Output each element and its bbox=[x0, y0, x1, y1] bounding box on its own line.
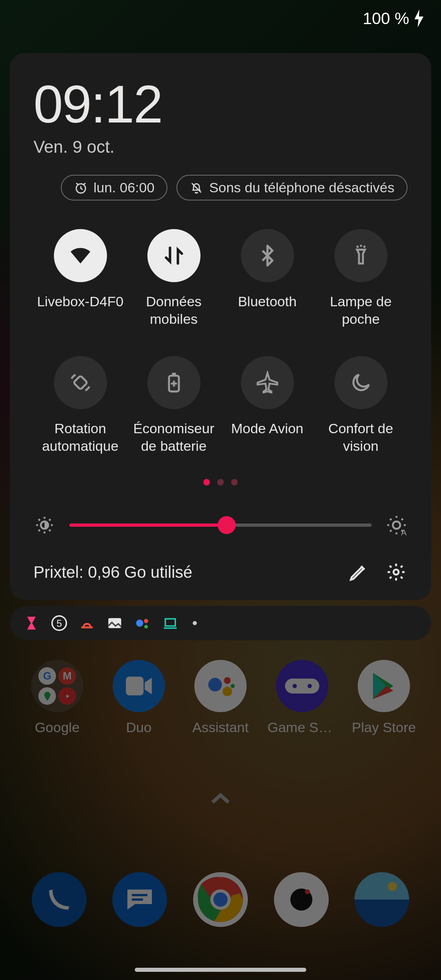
app-label: Google bbox=[35, 719, 80, 735]
qs-tiles-grid: Livebox-D4F0 Données mobiles Bluetooth L… bbox=[33, 229, 408, 454]
svg-point-19 bbox=[231, 684, 235, 688]
sound-status-pill[interactable]: Sons du téléphone désactivés bbox=[176, 175, 408, 200]
pager-dot bbox=[217, 479, 224, 486]
pager-dot bbox=[203, 479, 210, 486]
home-app-row: G M Google Duo Assistant Game bbox=[0, 649, 441, 735]
brightness-slider[interactable] bbox=[69, 520, 372, 530]
settings-button[interactable] bbox=[385, 561, 408, 584]
home-screen: G M Google Duo Assistant Game bbox=[0, 649, 441, 980]
app-label: Play Store bbox=[352, 719, 416, 735]
svg-rect-3 bbox=[172, 373, 176, 376]
pager-dot bbox=[231, 479, 238, 486]
app-label: Duo bbox=[126, 719, 151, 735]
qs-footer: Prixtel: 0,96 Go utilisé bbox=[33, 561, 408, 584]
qs-tile-battery-saver[interactable]: Économiseur de batterie bbox=[127, 356, 220, 454]
svg-point-5 bbox=[393, 521, 400, 529]
qs-pager-dots[interactable] bbox=[33, 479, 408, 486]
chrome-icon bbox=[193, 872, 248, 927]
svg-point-18 bbox=[223, 687, 232, 696]
qs-tile-flashlight[interactable]: Lampe de poche bbox=[314, 229, 408, 327]
play-store-icon bbox=[358, 660, 410, 712]
gamepad-icon bbox=[276, 660, 328, 712]
svg-point-13 bbox=[144, 625, 148, 628]
qs-tile-night-light[interactable]: Confort de vision bbox=[314, 356, 408, 454]
qs-tile-label: Confort de vision bbox=[314, 420, 408, 454]
svg-point-11 bbox=[136, 619, 143, 627]
app-label: Game Spa... bbox=[267, 719, 337, 735]
phone-icon bbox=[32, 872, 87, 927]
auto-brightness-icon[interactable]: A bbox=[385, 514, 408, 536]
gear-icon bbox=[386, 562, 406, 582]
assistant-dots-icon bbox=[134, 615, 151, 632]
qs-tile-mobile-data[interactable]: Données mobiles bbox=[127, 229, 220, 327]
status-bar: 100 % bbox=[0, 0, 441, 37]
flashlight-icon bbox=[334, 229, 388, 282]
quick-settings-panel: 09:12 Ven. 9 oct. lun. 06:00 Sons du tél… bbox=[10, 53, 431, 600]
brightness-low-icon bbox=[33, 514, 56, 536]
alarm-pill[interactable]: lun. 06:00 bbox=[61, 175, 167, 200]
svg-rect-20 bbox=[285, 679, 319, 694]
airplane-icon bbox=[241, 356, 294, 409]
svg-point-16 bbox=[208, 678, 222, 691]
qs-tile-airplane-mode[interactable]: Mode Avion bbox=[220, 356, 314, 454]
svg-rect-14 bbox=[165, 619, 176, 626]
carrier-data-usage[interactable]: Prixtel: 0,96 Go utilisé bbox=[33, 563, 332, 581]
pencil-icon bbox=[348, 562, 369, 582]
dock-app-phone[interactable] bbox=[19, 872, 100, 927]
messages-icon bbox=[112, 872, 167, 927]
qs-tile-label: Données mobiles bbox=[127, 293, 220, 327]
svg-text:5: 5 bbox=[56, 618, 62, 629]
edit-tiles-button[interactable] bbox=[347, 561, 370, 584]
qs-tile-label: Bluetooth bbox=[238, 293, 297, 327]
qs-tile-label: Mode Avion bbox=[231, 420, 303, 454]
duo-icon bbox=[113, 660, 165, 712]
svg-point-17 bbox=[224, 677, 231, 684]
svg-text:A: A bbox=[401, 528, 407, 536]
gesture-nav-bar[interactable] bbox=[135, 968, 306, 972]
app-game-space[interactable]: Game Spa... bbox=[264, 660, 341, 735]
slider-thumb[interactable] bbox=[218, 516, 236, 534]
alarm-icon bbox=[74, 181, 88, 195]
battery-percent: 100 % bbox=[363, 9, 409, 28]
app-assistant[interactable]: Assistant bbox=[182, 660, 259, 735]
qs-tile-label: Lampe de poche bbox=[314, 293, 408, 327]
dock bbox=[0, 872, 441, 927]
svg-point-7 bbox=[394, 570, 399, 575]
svg-point-21 bbox=[292, 684, 297, 688]
dock-app-chrome[interactable] bbox=[180, 872, 261, 927]
svg-rect-15 bbox=[126, 677, 143, 695]
clock-date[interactable]: Ven. 9 oct. bbox=[33, 137, 408, 157]
app-duo[interactable]: Duo bbox=[100, 660, 177, 735]
image-icon bbox=[106, 615, 123, 632]
app-label: Assistant bbox=[192, 719, 249, 735]
circle-five-icon: 5 bbox=[51, 615, 68, 632]
app-drawer-handle[interactable] bbox=[210, 792, 231, 807]
laptop-icon bbox=[162, 615, 179, 632]
battery-saver-icon bbox=[147, 356, 200, 409]
clock-time[interactable]: 09:12 bbox=[33, 74, 408, 135]
dock-app-camera[interactable] bbox=[261, 872, 342, 927]
photos-icon bbox=[354, 872, 409, 927]
app-google-folder[interactable]: G M Google bbox=[19, 660, 96, 735]
notification-icon-bar[interactable]: 5 bbox=[10, 606, 431, 640]
svg-point-22 bbox=[307, 684, 312, 688]
bluetooth-icon bbox=[241, 229, 294, 282]
camera-icon bbox=[274, 872, 329, 927]
qs-tile-bluetooth[interactable]: Bluetooth bbox=[220, 229, 314, 327]
qs-tile-auto-rotate[interactable]: Rotation automatique bbox=[33, 356, 127, 454]
dock-app-photos[interactable] bbox=[341, 872, 422, 927]
sunset-icon bbox=[78, 615, 96, 632]
slider-fill bbox=[69, 523, 227, 527]
svg-point-12 bbox=[144, 619, 149, 624]
app-play-store[interactable]: Play Store bbox=[345, 660, 422, 735]
alarm-pill-label: lun. 06:00 bbox=[94, 180, 154, 196]
brightness-row: A bbox=[33, 514, 408, 536]
moon-icon bbox=[334, 356, 388, 409]
wifi-icon bbox=[54, 229, 107, 282]
google-folder-icon: G M bbox=[31, 660, 83, 712]
dock-app-messages[interactable] bbox=[100, 872, 180, 927]
data-arrows-icon bbox=[147, 229, 200, 282]
qs-tile-wifi[interactable]: Livebox-D4F0 bbox=[33, 229, 127, 327]
more-indicator bbox=[193, 621, 197, 625]
hourglass-icon bbox=[23, 615, 40, 632]
